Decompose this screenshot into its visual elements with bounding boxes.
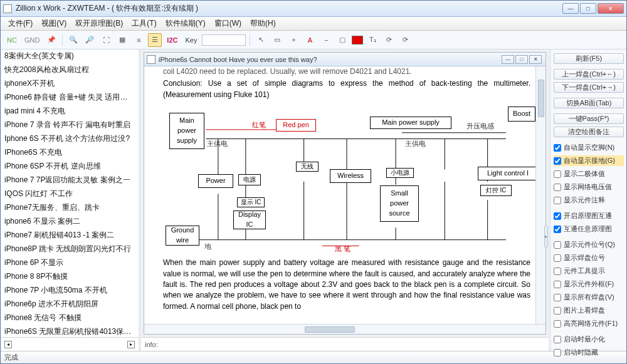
chk-diode[interactable] [554,170,561,178]
chk-open-schem[interactable] [554,212,561,220]
case-item[interactable]: 8案例大全(英文专属) [1,49,139,63]
chk-comp-tool[interactable] [554,268,561,275]
menu-dual[interactable]: 双开原理图(B) [71,18,127,29]
case-item[interactable]: iPhone6p 进水不开机阴阳屏 [1,298,139,311]
case-item[interactable]: iPhone 8 8P不触摸 [1,270,139,284]
case-item[interactable]: iPhone 6SP 不开机 逆向思维 [1,160,139,174]
tool-minus-icon[interactable]: − [319,33,333,47]
chk-pad-pos[interactable] [554,254,561,262]
tool-i2c[interactable]: I2C [164,36,180,44]
case-item[interactable]: iPhone 7 7P返回功能太灵敏 案例之一 [1,174,139,187]
box-wireless: Wireless [330,169,371,183]
doc-p2: When the main power supply and battery v… [163,257,530,312]
case-item[interactable]: iPhone6 静音键 音量+键 失灵 适用于任何机 [1,91,139,105]
tool-list-icon[interactable]: ☰ [148,33,162,47]
box-small-cn: 小电源 [386,168,414,178]
doc-scrollbar-v[interactable] [535,66,545,324]
menu-view[interactable]: 视图(V) [38,18,70,29]
case-item[interactable]: iphoneX不开机 [1,77,139,91]
menu-window[interactable]: 窗口(W) [211,18,245,29]
box-light: Light control I [478,167,538,180]
case-item[interactable]: iphone6 不显示 案例二 [1,215,139,229]
box-wireless-cn: 无线 [296,162,319,172]
case-item[interactable]: iPhone 7 录音 铃声不行 漏电有时重启 [1,118,139,132]
case-item[interactable]: iPhone 7P 小电流50ma 不开机 [1,284,139,298]
tool-refresh-icon[interactable]: ⟳ [382,33,396,47]
tool-box-icon[interactable]: ▢ [335,33,349,47]
doc-min-button[interactable]: — [502,55,514,64]
menu-renew[interactable]: 软件续期(Y) [162,18,209,29]
box-display-cn: 显示 IC [237,197,265,207]
list-prev-button[interactable]: ◂ [4,341,12,348]
case-item[interactable]: iPhone7无服务、重启、跳卡 [1,201,139,215]
chk-auto-ground[interactable] [554,157,561,165]
tool-rect-icon[interactable]: ▭ [270,33,284,47]
case-item[interactable]: iPhone 6P 不显示 [1,256,139,270]
chk-all-pads[interactable] [554,294,561,301]
case-item[interactable]: Iphone 6S 不开机 这个方法你用过没? [1,132,139,146]
refresh-button[interactable]: 刷新(F5) [554,53,624,64]
splitter-right[interactable]: ▸ [544,225,548,247]
tool-key-input[interactable] [202,34,246,46]
minimize-button[interactable]: — [562,3,579,14]
tool-reload-icon[interactable]: ⟳ [398,33,412,47]
case-item[interactable]: 快充2008风枪改风扇过程 [1,63,139,77]
box-small: Small power source [380,185,419,222]
tool-fit-icon[interactable]: ⛶ [99,33,113,47]
case-item[interactable]: iPhone8P 跳卡 无线朗朗置闪光灯不行 [1,242,139,256]
tool-cursor-icon[interactable]: ↖ [254,33,268,47]
doc-title: iPhone6s Cannot boot Have you ever use t… [159,56,502,63]
tool-color-swatch[interactable] [352,36,363,44]
tool-layer-icon[interactable]: ≡ [132,33,145,47]
tool-pin-icon[interactable]: 📌 [45,33,58,47]
doc-p0: coil L4020 need to be replaced. Usually,… [163,66,530,77]
case-item[interactable]: iPhone6S 无限重启刷机报错4013保资料 [1,325,139,337]
chk-any-schem[interactable] [554,226,561,233]
tool-grid-icon[interactable]: ▦ [115,33,129,47]
box-main2: Main power supply [370,117,451,129]
prev-pad-button[interactable]: 上一焊盘(Ctrl+←) [554,69,624,80]
chk-highlight[interactable] [554,320,561,328]
chk-start-hide[interactable] [554,349,561,356]
case-item[interactable]: iPhone7 刷机报错4013 -1 案例二 [1,229,139,242]
doc-max-button[interactable]: □ [515,55,528,64]
clear-notes-button[interactable]: 清空绘图备注 [554,127,624,137]
doc-close-button[interactable]: ✕ [529,55,542,64]
case-item[interactable]: iPhone8 无信号 不触摸 [1,311,139,325]
list-next-button[interactable]: ▸ [127,341,135,348]
chk-pic-pad[interactable] [554,307,561,315]
maximize-button[interactable]: □ [580,3,596,14]
chk-comp-frame[interactable] [554,281,561,288]
tool-zoom-in-icon[interactable]: 🔍 [66,33,80,47]
chk-auto-empty[interactable] [554,144,561,152]
doc-scrollbar-h[interactable] [144,324,545,334]
case-list[interactable]: 8案例大全(英文专属)快充2008风枪改风扇过程iphoneX不开机iPhone… [1,49,139,337]
chk-net-volt[interactable] [554,184,561,191]
doc-p1: Conclusion: Use a set of simple diagrams… [163,78,530,100]
case-item[interactable]: IPhone6S 不充电 [1,146,139,160]
case-item[interactable]: IQOS 闪红灯 不工作 [1,187,139,201]
tool-text-icon[interactable]: A [303,33,317,47]
next-pad-button[interactable]: 下一焊盘(Ctrl+→) [554,82,624,93]
swap-ab-button[interactable]: 切换AB面(Tab) [554,98,624,108]
tool-t1-icon[interactable]: T₁ [366,33,379,47]
label-main-cn1: 主供电 [207,139,228,149]
chk-comp-note[interactable] [554,197,561,204]
doc-body[interactable]: coil L4020 need to be replaced. Usually,… [144,66,545,324]
chk-comp-pos[interactable] [554,241,561,249]
tool-gnd[interactable]: GND [22,36,42,44]
pass-button[interactable]: 一键Pass(F*) [554,113,624,124]
menu-file[interactable]: 文件(F) [4,18,36,29]
chk-start-min[interactable] [554,336,561,343]
tool-plus-icon[interactable]: ＋ [287,33,300,47]
box-ground: Ground wire [166,226,199,246]
case-item[interactable]: ipad mini 4 不充电 [1,105,139,118]
menu-tools[interactable]: 工具(T) [128,18,160,29]
menu-help[interactable]: 帮助(H) [246,18,280,29]
app-icon [3,4,12,13]
box-display: Display IC [233,211,266,229]
tool-nc[interactable]: NC [4,36,19,44]
tool-zoom-out-icon[interactable]: 🔎 [83,33,97,47]
status-text: 完成 [4,353,18,362]
close-button[interactable]: ✕ [598,3,624,14]
